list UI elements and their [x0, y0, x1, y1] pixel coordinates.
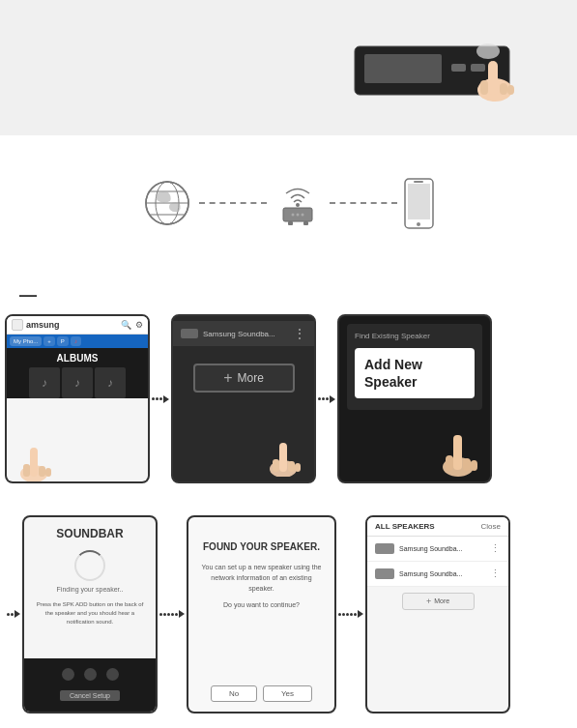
speaker-list-name-2: Samsung Soundba...: [399, 570, 485, 577]
globe-icon-container: [141, 177, 194, 230]
dot-arrow-r2-2: [338, 610, 363, 618]
speaker-list-icon-2: [375, 568, 394, 579]
tab-myphoto[interactable]: My Pho...: [10, 336, 42, 346]
arrowhead-r2-start: [14, 610, 20, 618]
all-speakers-header: ALL SPEAKERS Close: [367, 517, 508, 537]
all-speakers-more-plus: +: [426, 597, 431, 606]
screenshots-row1: amsung 🔍 ⚙ My Pho... + P ♪ ALBUMS ♪: [5, 309, 572, 488]
speaker-thumbnail: [181, 329, 198, 338]
arrow-2: [316, 395, 337, 403]
dot-r2-2: [11, 613, 14, 616]
svg-rect-2: [451, 64, 466, 72]
svg-rect-1: [364, 54, 442, 83]
soundbar-control-buttons: [62, 668, 119, 681]
speaker-list-dots-1[interactable]: ⋮: [490, 542, 501, 555]
globe-icon: [141, 177, 194, 230]
music-note-2: ♪: [74, 376, 80, 390]
speaker-item-name: Samsung Soundba...: [203, 330, 288, 338]
svg-point-25: [417, 222, 420, 226]
albums-title: ALBUMS: [7, 348, 148, 367]
svg-rect-35: [288, 461, 295, 472]
dot5: [322, 397, 325, 400]
dot-r2-5: [167, 613, 170, 616]
loading-spinner: [74, 550, 105, 581]
dot-r2-9: [342, 613, 345, 616]
cancel-setup-button[interactable]: Cancel Setup: [60, 690, 120, 701]
music-app-content: amsung 🔍 ⚙ My Pho... + P ♪ ALBUMS ♪: [7, 316, 148, 481]
arrowhead-r2-1: [179, 610, 185, 618]
row2-arrow-1: [158, 610, 187, 618]
svg-rect-26: [414, 181, 423, 183]
more-button-label: More: [238, 371, 264, 385]
tab-icon1[interactable]: +: [43, 336, 55, 346]
more-button[interactable]: + More: [193, 364, 295, 393]
svg-rect-6: [480, 80, 488, 95]
no-button[interactable]: No: [211, 685, 257, 702]
svg-rect-40: [463, 458, 471, 471]
dashed-line-2: [330, 202, 397, 204]
svg-rect-36: [295, 463, 301, 472]
found-speaker-question: Do you want to continue?: [188, 594, 334, 608]
device-illustration-container: [0, 8, 577, 133]
app-logo: [12, 319, 23, 331]
router-icon: [272, 177, 325, 230]
speaker-list-item-2: Samsung Soundba... ⋮: [367, 562, 508, 587]
control-btn-3: [106, 668, 119, 681]
svg-rect-3: [471, 64, 485, 72]
dot-arrow-2: [318, 395, 335, 403]
speaker-list-dots-2[interactable]: ⋮: [490, 568, 501, 580]
hand-cursor-2: [261, 423, 304, 477]
speaker-more-dots[interactable]: ⋮: [293, 327, 306, 340]
soundbar-screen: SOUNDBAR Finding your speaker.. Press th…: [22, 515, 158, 713]
svg-rect-8: [507, 85, 514, 95]
row2-left-arrow: [5, 610, 22, 618]
hand-cursor-3: [434, 419, 482, 477]
router-icon-container: [272, 177, 325, 230]
svg-point-16: [296, 203, 300, 207]
dot-r2-1: [7, 613, 10, 616]
control-btn-1: [62, 668, 74, 681]
svg-rect-33: [279, 443, 287, 472]
music-app-title-row: amsung: [12, 319, 60, 331]
dot-r2-12: [354, 613, 357, 616]
album-thumb-3: ♪: [95, 367, 126, 398]
all-speakers-screen: ALL SPEAKERS Close Samsung Soundba... ⋮ …: [365, 515, 510, 713]
found-speaker-screen: FOUND YOUR SPEAKER. You can set up a new…: [187, 515, 336, 713]
device-svg: [335, 17, 548, 124]
search-icon[interactable]: 🔍: [121, 320, 131, 330]
svg-rect-34: [273, 459, 279, 472]
dot-r2-7: [175, 613, 178, 616]
add-speaker-popup: Find Existing Speaker Add New Speaker: [347, 324, 482, 410]
speaker-list-item-1: Samsung Soundba... ⋮: [367, 537, 508, 562]
add-new-speaker-button[interactable]: Add New Speaker: [355, 348, 475, 398]
arrowhead-1: [163, 395, 169, 403]
svg-rect-28: [30, 448, 38, 477]
all-speakers-more-button[interactable]: + More: [402, 593, 475, 610]
svg-point-20: [292, 213, 295, 216]
control-btn-2: [84, 668, 97, 681]
yes-button[interactable]: Yes: [263, 685, 312, 702]
svg-rect-24: [408, 184, 430, 219]
find-existing-label: Find Existing Speaker: [355, 332, 475, 340]
music-tab-bar: My Pho... + P ♪: [7, 335, 148, 348]
add-new-speaker-screen: Find Existing Speaker Add New Speaker: [337, 314, 492, 483]
device-image: [335, 17, 548, 124]
dot2: [156, 397, 159, 400]
svg-rect-38: [453, 435, 462, 470]
svg-rect-5: [488, 61, 498, 95]
settings-icon[interactable]: ⚙: [135, 320, 143, 330]
arrowhead-2: [330, 395, 335, 403]
speaker-list-icon-1: [375, 543, 394, 554]
svg-rect-30: [39, 466, 45, 477]
svg-point-22: [302, 213, 304, 216]
tab-icon3[interactable]: ♪: [71, 336, 81, 346]
tab-icon2[interactable]: P: [57, 336, 69, 346]
step-indicator: —: [19, 285, 37, 306]
all-speakers-close-button[interactable]: Close: [481, 522, 501, 531]
soundbar-bottom-bar: Cancel Setup: [24, 658, 156, 712]
screenshots-row2: SOUNDBAR Finding your speaker.. Press th…: [5, 508, 572, 720]
arrowhead-r2-2: [358, 610, 363, 618]
svg-rect-39: [446, 455, 453, 471]
row2-arrow-2: [336, 610, 365, 618]
dot-arrow-r2-1: [159, 610, 185, 618]
